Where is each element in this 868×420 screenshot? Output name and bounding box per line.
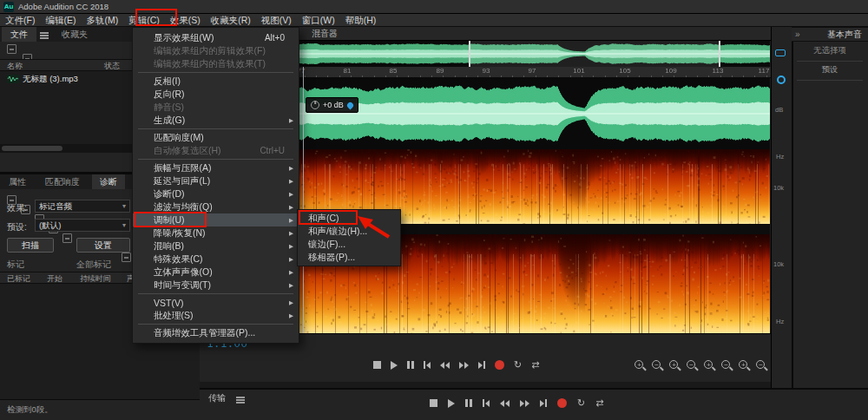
zoom-in-horizontal-icon[interactable] [669, 360, 681, 371]
skip-to-start-button[interactable] [424, 361, 431, 369]
menu-item-stereo-imagery[interactable]: 立体声声像(O) [133, 266, 299, 279]
skip-selection-icon[interactable]: ⇄ [595, 398, 603, 408]
record-button[interactable] [557, 398, 567, 408]
loop-playback-icon[interactable]: ↻ [514, 360, 522, 370]
menu-favorites[interactable]: 收藏夹(R) [206, 14, 256, 26]
menu-bar: 文件(F) 编辑(E) 多轨(M) 剪辑(C) 效果(S) 收藏夹(R) 视图(… [0, 14, 868, 27]
zoom-in-icon[interactable] [635, 360, 646, 371]
menu-item-modulation[interactable]: 调制(U) [133, 213, 299, 226]
volume-knob-icon[interactable] [311, 101, 319, 109]
zoom-out-horizontal-icon[interactable] [687, 360, 698, 371]
preset-label: 预设: [7, 221, 27, 233]
menu-window[interactable]: 窗口(W) [297, 14, 340, 26]
pin-icon[interactable] [345, 101, 354, 109]
settings-button[interactable]: 设置 [76, 238, 130, 253]
menu-multitrack[interactable]: 多轨(M) [81, 14, 123, 26]
pause-button[interactable] [407, 361, 414, 369]
zoom-to-selection-icon[interactable] [739, 360, 750, 371]
menu-item-batch-process[interactable]: 批处理(S) [133, 309, 299, 322]
zoom-full-icon[interactable] [756, 360, 767, 371]
play-button[interactable] [448, 399, 455, 408]
essential-sound-title[interactable]: 基本声音 [792, 27, 866, 42]
menu-item-filter-eq[interactable]: 滤波与均衡(Q) [133, 200, 299, 213]
submenu-item-chorus[interactable]: 和声(C) [298, 212, 400, 225]
skip-selection-icon[interactable]: ⇄ [531, 360, 539, 370]
menu-item-reverb[interactable]: 混响(B) [133, 240, 299, 253]
skip-to-end-button[interactable] [478, 361, 485, 369]
menu-effects[interactable]: 效果(S) [165, 14, 206, 26]
playhead[interactable] [303, 67, 304, 333]
menu-item-label: 混响(B) [154, 240, 184, 253]
monitor-icon[interactable] [777, 75, 786, 84]
menu-item-amplitude-compression[interactable]: 振幅与压限(A) [133, 161, 299, 174]
trash-icon[interactable] [122, 253, 131, 262]
detection-status: 检测到0段。 [7, 404, 53, 416]
menu-file[interactable]: 文件(F) [0, 14, 40, 26]
file-list-item[interactable]: 无标题 (3).mp3 [23, 74, 78, 85]
scrollbar-thumb[interactable] [2, 146, 62, 151]
stop-button[interactable] [430, 399, 437, 407]
stop-button[interactable] [373, 361, 381, 369]
submenu-item-phaser[interactable]: 移相器(P)... [298, 251, 400, 264]
ruler-tick: 109 [665, 67, 676, 75]
panel-menu-icon[interactable] [40, 32, 49, 34]
audio-file-icon [7, 75, 19, 83]
rewind-button[interactable] [440, 362, 450, 369]
menu-item-time-pitch[interactable]: 时间与变调(T) [133, 279, 299, 292]
editor-bottom-edge [200, 382, 771, 388]
menu-clip[interactable]: 剪辑(C) [123, 14, 165, 26]
preset-select-value: (默认) [39, 220, 61, 230]
hud-volume-overlay[interactable]: +0 dB [306, 97, 358, 113]
overview-selection[interactable] [469, 41, 720, 67]
menu-item-delay-echo[interactable]: 延迟与回声(L) [133, 174, 299, 187]
submenu-item-flanger[interactable]: 镶边(F)... [298, 238, 400, 251]
effect-select[interactable]: 标记音频 [35, 200, 130, 213]
menu-item-silence[interactable]: 静音(S) [133, 101, 299, 114]
menu-edit[interactable]: 编辑(E) [40, 14, 81, 26]
tab-match-loudness[interactable]: 匹配响度 [36, 174, 89, 189]
skip-to-start-button[interactable] [483, 399, 490, 407]
menu-item-edit-clip-effects[interactable]: 编辑效果组内的剪辑效果(F) [133, 44, 299, 57]
menu-item-match-loudness[interactable]: 匹配响度(M) [133, 131, 299, 144]
tab-diagnostics[interactable]: 诊断 [92, 174, 125, 189]
tab-properties[interactable]: 属性 [2, 174, 33, 189]
mark-all-button[interactable]: 全部标记 [76, 259, 111, 271]
zoom-out-icon[interactable] [652, 360, 663, 371]
menu-item-generate[interactable]: 生成(G) [133, 114, 299, 127]
menu-help[interactable]: 帮助(H) [340, 14, 382, 26]
zoom-in-vertical-icon[interactable] [704, 360, 715, 371]
menu-item-edit-track-effects[interactable]: 编辑效果组内的音轨效果(T) [133, 57, 299, 70]
scan-button[interactable]: 扫描 [7, 238, 54, 253]
tab-mixer[interactable]: 混音器 [302, 27, 347, 41]
menu-item-invert[interactable]: 反相(I) [133, 75, 299, 88]
skip-to-end-button[interactable] [540, 399, 547, 407]
menu-item-noise-reduction[interactable]: 降噪/恢复(N) [133, 226, 299, 240]
menu-item-plugin-manager[interactable]: 音频增效工具管理器(P)... [133, 326, 299, 339]
play-button[interactable] [391, 361, 398, 370]
fast-forward-button[interactable] [459, 362, 469, 369]
fast-forward-button[interactable] [520, 400, 529, 407]
loop-playback-icon[interactable]: ↻ [577, 398, 585, 408]
menu-item-auto-heal[interactable]: 自动修复选区(H)Ctrl+U [133, 144, 299, 157]
import-file-icon[interactable] [7, 44, 16, 54]
panel-menu-icon[interactable] [236, 397, 245, 398]
menu-item-special[interactable]: 特殊效果(C) [133, 253, 299, 266]
tab-favorites[interactable]: 收藏夹 [52, 27, 97, 42]
menu-view[interactable]: 视图(V) [256, 14, 297, 26]
tab-files[interactable]: 文件 [2, 27, 36, 42]
menu-item-reverse[interactable]: 反向(R) [133, 88, 299, 101]
preset-select[interactable]: (默认) [35, 219, 130, 232]
menu-item-vst[interactable]: VST(V) [133, 296, 299, 309]
rewind-button[interactable] [500, 400, 510, 407]
menu-item-label: 和声/镶边(H)... [308, 226, 367, 238]
record-button[interactable] [495, 360, 504, 370]
zoom-out-vertical-icon[interactable] [721, 360, 733, 371]
submenu-item-chorus-flanger[interactable]: 和声/镶边(H)... [298, 225, 400, 238]
menu-item-diagnostics[interactable]: 诊断(D) [133, 187, 299, 200]
mark-button[interactable]: 标记 [7, 259, 24, 271]
menu-item-label: 匹配响度(M) [154, 132, 204, 144]
menu-item-show-effects-rack[interactable]: 显示效果组(W)Alt+0 [133, 31, 299, 44]
filter-all-icon[interactable] [62, 233, 72, 243]
pause-button[interactable] [465, 399, 472, 407]
overview-options-icon[interactable] [775, 49, 786, 56]
